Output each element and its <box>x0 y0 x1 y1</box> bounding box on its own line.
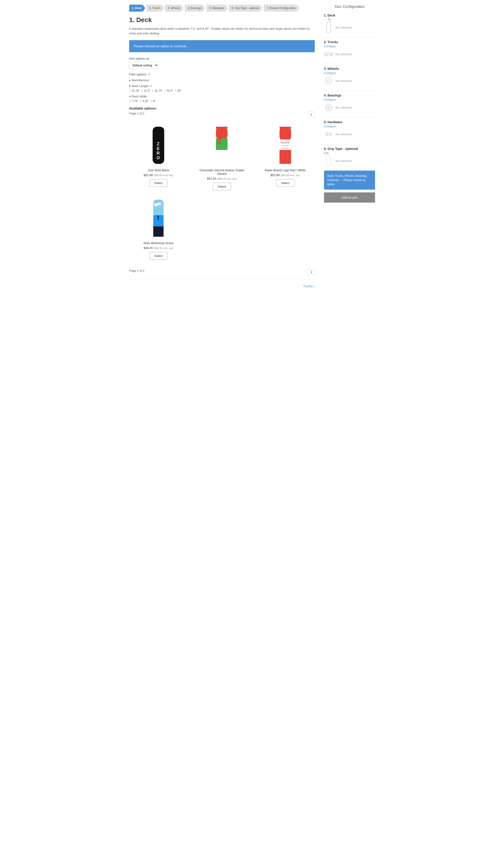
config-item-grip-tape: No selection <box>324 156 375 165</box>
step-grip-tape[interactable]: 6. Grip Tape - optional <box>229 5 263 12</box>
filter-tag-7-75[interactable]: 7.75" <box>129 99 139 103</box>
page-title: 1. Deck <box>129 16 315 24</box>
cta-block: Deck, Trucks, Wheels, Bearings, Hardware… <box>324 170 375 190</box>
svg-text:Z: Z <box>157 141 160 146</box>
filter-tag-32[interactable]: 32" <box>174 89 182 92</box>
alert-banner: Please choose an option to continue… <box>129 40 315 52</box>
sidebar: Your Configuration 1. Deck … ✏️ No selec… <box>324 5 375 293</box>
pagination-bottom[interactable]: 1 <box>308 269 314 275</box>
config-title-hardware: 5. Hardware <box>324 120 375 124</box>
product-price-chocolate: $51.60 ($48.00 excl. tax) <box>195 177 249 180</box>
config-item-trucks: No selection <box>324 50 375 59</box>
deck-width-tags: 7.75" 8.25" 8" <box>129 99 315 103</box>
deck-icon <box>324 23 333 32</box>
product-price-zero: $52.68 ($49.00 excl. tax) <box>131 173 185 177</box>
svg-point-32 <box>325 78 332 84</box>
hardware-no-selection: No selection <box>336 133 352 136</box>
step-deck[interactable]: 1. Deck <box>129 5 145 12</box>
config-section-trucks: 2. Trucks Configure No selection <box>324 40 375 59</box>
deck-length-reset-icon[interactable]: ↺ <box>150 84 152 88</box>
filter-tag-8-25[interactable]: 8.25" <box>140 99 149 103</box>
config-sub-bearings[interactable]: Configure <box>324 98 375 101</box>
sidebar-title: Your Configuration <box>324 5 375 9</box>
svg-text:O: O <box>156 155 160 160</box>
svg-rect-28 <box>326 22 331 33</box>
config-sub-wheels[interactable]: Configure <box>324 71 375 75</box>
config-sub-hardware[interactable]: Configure <box>324 125 375 128</box>
product-image-alien <box>131 197 185 239</box>
config-section-wheels: 3. Wheels Configure No selection <box>324 67 375 85</box>
filter-tag-32-5[interactable]: 32.5" <box>164 89 173 92</box>
filter-manufacturer-title[interactable]: Manufacturer <box>129 79 315 82</box>
product-name-zero: Zero Bold Black <box>131 168 185 172</box>
config-sub-trucks[interactable]: Configure <box>324 45 375 48</box>
config-sub-grip-tape[interactable]: Edit <box>324 152 375 155</box>
select-button-zero[interactable]: Select <box>149 179 167 187</box>
product-name-alien: Alien Workshop Drone <box>131 241 185 245</box>
sort-select[interactable]: Default sorting Name A-Z Price low-high … <box>129 62 158 69</box>
filter-tag-31-75[interactable]: 31.75" <box>152 89 162 92</box>
page-info-top: Page 1 of 1 <box>129 112 145 115</box>
page-description: A standard skateboard deck width is betw… <box>129 26 315 36</box>
config-section-grip-tape: 6. Grip Tape - optional Edit No selectio… <box>324 147 375 165</box>
select-button-alien[interactable]: Select <box>149 252 167 260</box>
config-sub-deck[interactable]: … ✏️ <box>324 18 375 21</box>
next-trucks-link[interactable]: Trucks › <box>303 284 314 288</box>
available-options-title: Available options: <box>129 107 315 110</box>
bottom-nav: Trucks › <box>129 279 315 293</box>
page-info-bottom: Page 1 of 1 <box>129 269 145 272</box>
config-item-hardware: No selection <box>324 129 375 139</box>
hardware-icon <box>324 129 333 139</box>
svg-text:ZERO: ZERO <box>150 141 153 150</box>
svg-text:LOGO: LOGO <box>282 147 288 149</box>
config-item-bearings: No selection <box>324 103 375 112</box>
wheels-icon <box>324 76 333 85</box>
product-chocolate-vincent: Chocolate Vincent Alvarez Subtle Square … <box>193 122 251 193</box>
step-wheels[interactable]: 3. Wheels <box>165 5 184 12</box>
select-button-chocolate[interactable]: Select <box>213 183 231 190</box>
step-review[interactable]: 7. Review Configuration <box>264 5 300 12</box>
filter-tag-31-25[interactable]: 31.25" <box>129 89 140 92</box>
product-image-chocolate <box>195 124 249 166</box>
filter-manufacturer: Manufacturer <box>129 79 315 82</box>
filter-tag-31-5[interactable]: 31.5" <box>141 89 151 92</box>
config-item-wheels: No selection <box>324 76 375 85</box>
wheels-no-selection: No selection <box>336 79 352 83</box>
product-name-baker: Baker Brand Logo Red / White <box>258 168 312 172</box>
add-to-cart-button[interactable]: Add to cart <box>324 192 375 203</box>
filter-reset-icon[interactable]: ↺ <box>148 73 150 76</box>
select-button-baker[interactable]: Select <box>276 179 294 187</box>
svg-point-27 <box>157 216 159 217</box>
product-image-baker: BAKER BRAND LOGO <box>258 124 312 166</box>
filter-tag-8[interactable]: 8" <box>150 99 156 103</box>
svg-point-36 <box>328 107 330 108</box>
svg-rect-26 <box>158 217 159 220</box>
trucks-no-selection: No selection <box>336 53 352 56</box>
svg-point-39 <box>326 134 327 135</box>
svg-text:R: R <box>157 151 160 155</box>
svg-rect-23 <box>153 227 164 237</box>
filter-deck-width-title[interactable]: Deck Width <box>129 95 315 98</box>
filter-deck-length-title[interactable]: Deck Length ↺ <box>129 84 315 88</box>
filter-deck-width: Deck Width 7.75" 8.25" 8" <box>129 95 315 103</box>
svg-text:BAKER: BAKER <box>281 141 290 144</box>
filter-header: Filter options ↺ <box>129 73 315 76</box>
config-title-grip-tape: 6. Grip Tape - optional <box>324 147 375 151</box>
step-nav: 1. Deck 2. Trucks 3. Wheels 4. Bearings … <box>129 5 315 12</box>
step-bearings[interactable]: 4. Bearings <box>185 5 206 12</box>
deck-no-selection: No selection <box>336 26 352 29</box>
sort-label: Sort options by <box>129 57 315 60</box>
product-image-zero: ZERO Z E R O <box>131 124 185 166</box>
filter-deck-length: Deck Length ↺ 31.25" 31.5" 31.75" 32.5" … <box>129 84 315 92</box>
step-trucks[interactable]: 2. Trucks <box>146 5 164 12</box>
config-title-bearings: 4. Bearings <box>324 94 375 97</box>
product-alien-workshop: Alien Workshop Drone $49.45 ($46.00 excl… <box>129 195 188 262</box>
product-grid: ZERO Z E R O Zero Bold Black $52.68 ($49… <box>129 122 315 193</box>
pagination-top[interactable]: 1 <box>308 112 314 118</box>
config-title-wheels: 3. Wheels <box>324 67 375 70</box>
svg-point-33 <box>327 80 330 82</box>
product-price-baker: $52.68 ($49.00 excl. tax) <box>258 173 312 177</box>
svg-rect-13 <box>220 136 221 144</box>
step-hardware[interactable]: 5. Hardware <box>206 5 228 12</box>
trucks-icon <box>324 50 333 59</box>
